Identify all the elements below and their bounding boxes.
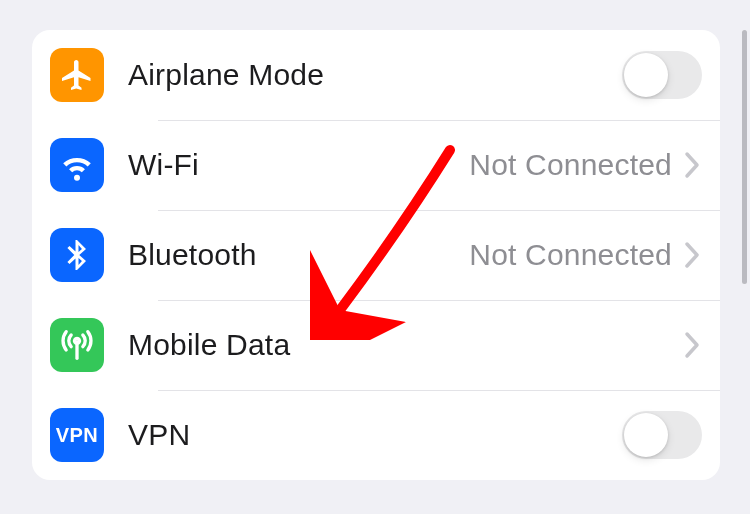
airplane-icon xyxy=(50,48,104,102)
settings-panel: Airplane Mode Wi-Fi Not Connected Blueto… xyxy=(32,30,720,480)
row-vpn[interactable]: VPN VPN xyxy=(32,390,720,480)
row-label: Wi-Fi xyxy=(128,148,199,182)
row-label: Bluetooth xyxy=(128,238,257,272)
chevron-right-icon xyxy=(684,241,702,269)
row-wifi[interactable]: Wi-Fi Not Connected xyxy=(32,120,720,210)
scrollbar[interactable] xyxy=(742,30,747,284)
row-label: VPN xyxy=(128,418,190,452)
vpn-icon: VPN xyxy=(50,408,104,462)
row-status: Not Connected xyxy=(469,238,672,272)
row-label: Airplane Mode xyxy=(128,58,324,92)
airplane-toggle[interactable] xyxy=(622,51,702,99)
antenna-icon xyxy=(50,318,104,372)
vpn-icon-text: VPN xyxy=(56,424,99,447)
chevron-right-icon xyxy=(684,331,702,359)
wifi-icon xyxy=(50,138,104,192)
bluetooth-icon xyxy=(50,228,104,282)
vpn-toggle[interactable] xyxy=(622,411,702,459)
row-mobile-data[interactable]: Mobile Data xyxy=(32,300,720,390)
chevron-right-icon xyxy=(684,151,702,179)
row-airplane-mode[interactable]: Airplane Mode xyxy=(32,30,720,120)
row-label: Mobile Data xyxy=(128,328,290,362)
row-bluetooth[interactable]: Bluetooth Not Connected xyxy=(32,210,720,300)
row-status: Not Connected xyxy=(469,148,672,182)
